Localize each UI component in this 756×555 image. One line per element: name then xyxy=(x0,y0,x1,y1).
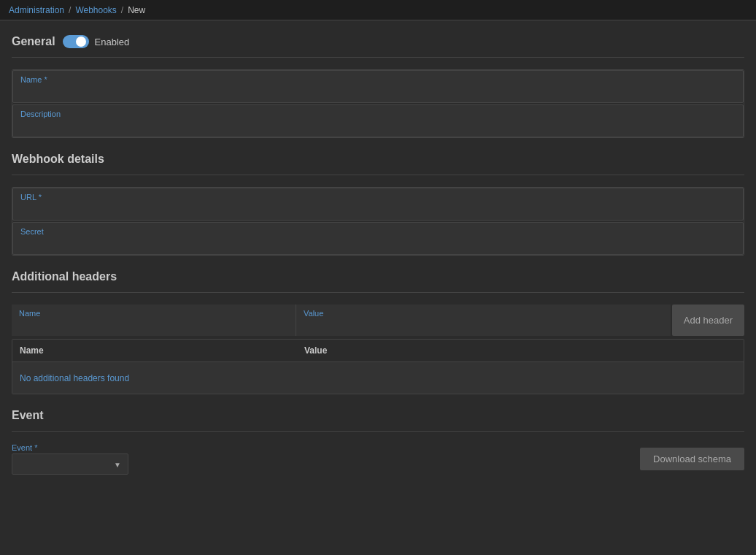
header-value-field: Value xyxy=(296,305,671,336)
general-divider xyxy=(12,57,744,58)
secret-field-group: Secret xyxy=(12,222,744,255)
header-name-field: Name xyxy=(12,305,296,336)
name-field-group: Name xyxy=(12,70,744,103)
general-section-header: General Enabled xyxy=(12,35,744,48)
header-name-label: Name xyxy=(19,309,288,318)
enabled-toggle-container: Enabled xyxy=(63,35,130,48)
url-label: URL xyxy=(20,193,736,202)
headers-empty-message: No additional headers found xyxy=(20,373,129,383)
webhook-details-section: Webhook details URL Secret xyxy=(12,153,744,256)
event-select[interactable] xyxy=(12,453,128,475)
toggle-slider xyxy=(63,35,89,48)
header-name-input[interactable] xyxy=(19,319,288,333)
header-input-row: Name Value Add header xyxy=(12,305,744,336)
event-section: Event Event * ▼ Download schema xyxy=(12,409,744,475)
additional-headers-divider xyxy=(12,292,744,293)
headers-table: Name Value No additional headers found xyxy=(12,339,744,394)
event-section-header: Event xyxy=(12,409,744,422)
add-header-button[interactable]: Add header xyxy=(672,305,744,336)
url-input[interactable] xyxy=(20,203,736,217)
description-input[interactable] xyxy=(20,120,736,134)
secret-input[interactable] xyxy=(20,237,736,251)
additional-headers-title: Additional headers xyxy=(12,270,117,283)
url-field-group: URL xyxy=(12,188,744,221)
general-section: General Enabled Name Description xyxy=(12,35,744,138)
headers-col-name: Name xyxy=(20,345,304,356)
top-bar: Administration / Webhooks / New xyxy=(0,0,756,20)
breadcrumb-sep-2: / xyxy=(121,5,123,15)
event-row: Event * ▼ Download schema xyxy=(12,443,744,475)
name-input[interactable] xyxy=(20,85,736,99)
webhook-details-title: Webhook details xyxy=(12,153,104,166)
breadcrumb: Administration / Webhooks / New xyxy=(9,5,145,15)
header-value-input[interactable] xyxy=(304,319,663,333)
breadcrumb-sep-1: / xyxy=(69,5,71,15)
additional-headers-section: Additional headers Name Value Add header… xyxy=(12,270,744,394)
headers-table-header-row: Name Value xyxy=(12,340,744,362)
secret-label: Secret xyxy=(20,227,736,236)
breadcrumb-webhooks-link[interactable]: Webhooks xyxy=(75,5,116,15)
breadcrumb-current: New xyxy=(128,5,145,15)
download-schema-button[interactable]: Download schema xyxy=(640,448,744,470)
webhook-details-divider xyxy=(12,175,744,175)
breadcrumb-admin-link[interactable]: Administration xyxy=(9,5,64,15)
headers-col-value: Value xyxy=(304,345,736,356)
enabled-label: Enabled xyxy=(95,37,130,47)
event-select-label: Event * xyxy=(12,443,128,452)
event-select-wrapper: Event * ▼ xyxy=(12,443,128,475)
general-fields-wrapper: Name Description xyxy=(12,69,744,138)
event-divider xyxy=(12,431,744,432)
additional-headers-header: Additional headers xyxy=(12,270,744,283)
general-title: General xyxy=(12,35,55,48)
main-content: General Enabled Name Description W xyxy=(0,20,756,504)
event-title: Event xyxy=(12,409,44,422)
description-field-group: Description xyxy=(12,104,744,137)
webhook-fields-wrapper: URL Secret xyxy=(12,187,744,256)
header-value-label: Value xyxy=(304,309,663,318)
description-label: Description xyxy=(20,110,736,118)
enabled-toggle[interactable] xyxy=(63,35,89,48)
webhook-details-header: Webhook details xyxy=(12,153,744,166)
headers-empty-row: No additional headers found xyxy=(12,362,744,394)
name-label: Name xyxy=(20,75,736,84)
